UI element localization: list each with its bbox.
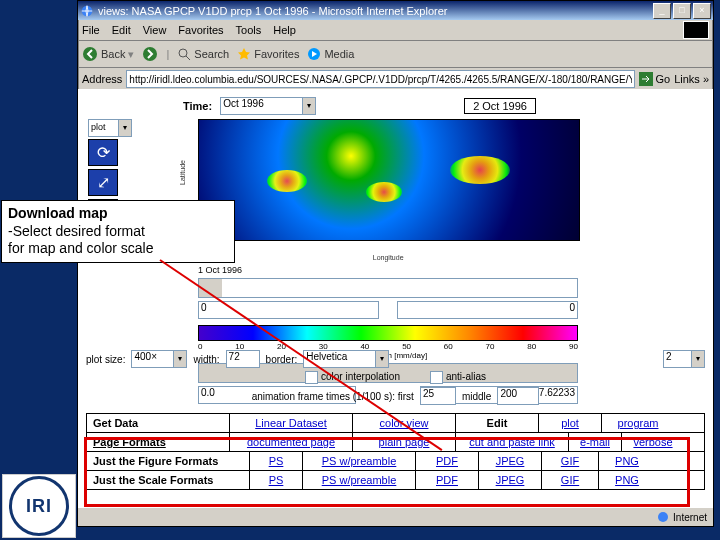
anim-mid-input[interactable]: 200: [497, 387, 539, 405]
titlebar: views: NASA GPCP V1DD prcp 1 Oct 1996 - …: [78, 1, 713, 20]
address-input[interactable]: [126, 70, 635, 88]
plot-selector[interactable]: plot ▾: [88, 119, 132, 137]
back-button[interactable]: Back ▾: [82, 46, 134, 62]
font-value: Helvetica: [306, 351, 347, 362]
page-content: Time: Oct 1996 ▾ 2 Oct 1996 plot ▾: [78, 89, 713, 508]
menu-view[interactable]: View: [143, 24, 167, 36]
edit-header: Edit: [487, 417, 508, 429]
expand-icon: ⤢: [97, 173, 110, 192]
anim-label: animation frame times (1/100 s): first: [252, 391, 414, 402]
chevron-down-icon: ▾: [375, 351, 388, 367]
callout-title: Download map: [8, 205, 228, 223]
menu-edit[interactable]: Edit: [112, 24, 131, 36]
iri-text: IRI: [9, 476, 69, 536]
plot-link[interactable]: plot: [561, 417, 579, 429]
menu-help[interactable]: Help: [273, 24, 296, 36]
plot-size-value: 400×: [134, 351, 157, 362]
iri-logo: IRI: [2, 474, 76, 538]
width-input[interactable]: 72: [226, 350, 260, 368]
address-label: Address: [82, 73, 122, 85]
star-icon: [237, 47, 251, 61]
back-label: Back: [101, 48, 125, 60]
levels-select[interactable]: 2▾: [663, 350, 705, 368]
width-label: width:: [193, 354, 219, 365]
plot-size-select[interactable]: 400×▾: [131, 350, 187, 368]
minimize-button[interactable]: _: [653, 3, 671, 19]
forward-icon: [142, 46, 158, 62]
window-title: views: NASA GPCP V1DD prcp 1 Oct 1996 - …: [98, 5, 448, 17]
chevron-down-icon: ▾: [691, 351, 704, 367]
antialias-checkbox[interactable]: [430, 371, 443, 384]
close-button[interactable]: ×: [693, 3, 711, 19]
program-link[interactable]: program: [618, 417, 659, 429]
time-dropdown[interactable]: Oct 1996 ▾: [220, 97, 316, 115]
color-interp-checkbox[interactable]: [305, 371, 318, 384]
plot-size-label: plot size:: [86, 354, 125, 365]
y-axis-label: Latitude: [179, 160, 186, 185]
linear-dataset-link[interactable]: Linear Dataset: [255, 417, 327, 429]
svg-point-3: [179, 49, 187, 57]
address-bar: Address Go Links »: [78, 68, 713, 91]
status-bar: Internet: [78, 507, 713, 526]
get-data-header: Get Data: [93, 417, 138, 429]
time-display: 2 Oct 1996: [464, 98, 536, 114]
separator: |: [166, 48, 169, 60]
annotation-callout: Download map -Select desired format for …: [1, 200, 235, 263]
globe-icon: [657, 511, 669, 523]
svg-point-2: [143, 47, 157, 61]
expand-button[interactable]: ⤢: [88, 169, 118, 196]
ie-icon: [80, 4, 94, 18]
zone-label: Internet: [673, 512, 707, 523]
go-icon: [639, 72, 653, 86]
menubar: File Edit View Favorites Tools Help: [78, 20, 713, 41]
chevron-down-icon: ▾: [118, 120, 131, 136]
color-legend: [198, 325, 578, 341]
search-icon: [177, 47, 191, 61]
chevron-down-icon: ▾: [173, 351, 186, 367]
svg-point-1: [83, 47, 97, 61]
maximize-button[interactable]: □: [673, 3, 691, 19]
x-axis-label: Longitude: [373, 254, 404, 261]
ie-logo-icon: [683, 21, 709, 39]
refresh-icon: ⟳: [97, 143, 110, 162]
media-icon: [307, 47, 321, 61]
toolbar: Back ▾ | Search Favorites Media: [78, 41, 713, 68]
svg-line-4: [186, 56, 190, 60]
media-button[interactable]: Media: [307, 47, 354, 61]
anim-mid-label: middle: [462, 391, 491, 402]
search-label: Search: [194, 48, 229, 60]
slider-right-input[interactable]: 0: [397, 301, 578, 319]
time-label: Time:: [183, 100, 212, 112]
levels-value: 2: [666, 351, 672, 362]
anim-first-input[interactable]: 25: [420, 387, 456, 405]
time-dropdown-value: Oct 1996: [223, 98, 264, 109]
highlight-box: [84, 437, 690, 507]
forward-button[interactable]: [142, 46, 158, 62]
menu-file[interactable]: File: [82, 24, 100, 36]
svg-point-7: [658, 512, 668, 522]
callout-line1: -Select desired format: [8, 223, 228, 241]
chevron-down-icon: ▾: [128, 48, 134, 61]
time-slider-label: 1 Oct 1996: [198, 265, 578, 275]
links-menu[interactable]: Links »: [674, 73, 709, 85]
go-button[interactable]: Go: [639, 72, 670, 86]
favorites-label: Favorites: [254, 48, 299, 60]
redraw-button[interactable]: ⟳: [88, 139, 118, 166]
menu-favorites[interactable]: Favorites: [178, 24, 223, 36]
back-icon: [82, 46, 98, 62]
ie-window: views: NASA GPCP V1DD prcp 1 Oct 1996 - …: [77, 0, 714, 527]
go-label: Go: [655, 73, 670, 85]
media-label: Media: [324, 48, 354, 60]
favorites-button[interactable]: Favorites: [237, 47, 299, 61]
search-button[interactable]: Search: [177, 47, 229, 61]
time-slider[interactable]: [198, 278, 578, 298]
border-label: border:: [266, 354, 298, 365]
world-map[interactable]: [198, 119, 580, 241]
chevron-down-icon: ▾: [302, 98, 315, 114]
callout-line2: for map and color scale: [8, 240, 228, 258]
antialias-label: anti-alias: [446, 371, 486, 382]
plot-selector-value: plot: [89, 122, 106, 132]
menu-tools[interactable]: Tools: [236, 24, 262, 36]
